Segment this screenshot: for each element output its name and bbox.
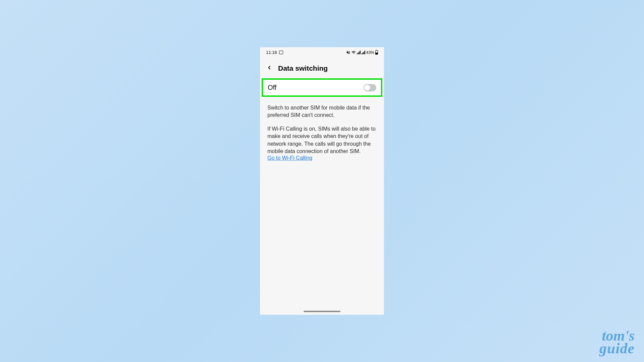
data-switching-toggle[interactable]	[364, 84, 376, 91]
status-bar: 11:16 43%	[260, 47, 384, 57]
navigation-bar-indicator[interactable]	[304, 311, 340, 312]
content-area: Switch to another SIM for mobile data if…	[260, 97, 384, 161]
battery-percent: 43%	[366, 50, 374, 55]
wifi-icon	[351, 50, 356, 55]
mute-icon	[346, 50, 350, 55]
battery-icon	[375, 50, 378, 55]
toggle-row-highlighted: Off	[262, 78, 382, 97]
description-paragraph-1: Switch to another SIM for mobile data if…	[267, 104, 377, 119]
phone-screen: 11:16 43%	[260, 47, 384, 315]
description-paragraph-2: If Wi-Fi Calling is on, SIMs will also b…	[267, 125, 377, 155]
signal-icon-2	[362, 51, 365, 54]
page-header: Data switching	[260, 57, 384, 78]
wifi-calling-link[interactable]: Go to Wi-Fi Calling	[267, 155, 312, 161]
image-notification-icon	[279, 51, 283, 54]
back-button[interactable]	[266, 64, 273, 72]
watermark-logo: tom's guide	[599, 330, 635, 355]
watermark-line-2: guide	[599, 342, 635, 355]
signal-icon-1	[357, 51, 361, 54]
status-bar-left: 11:16	[266, 50, 283, 55]
page-title: Data switching	[278, 64, 328, 72]
toggle-label: Off	[268, 84, 276, 91]
status-time: 11:16	[266, 50, 277, 55]
status-bar-right: 43%	[346, 50, 378, 55]
